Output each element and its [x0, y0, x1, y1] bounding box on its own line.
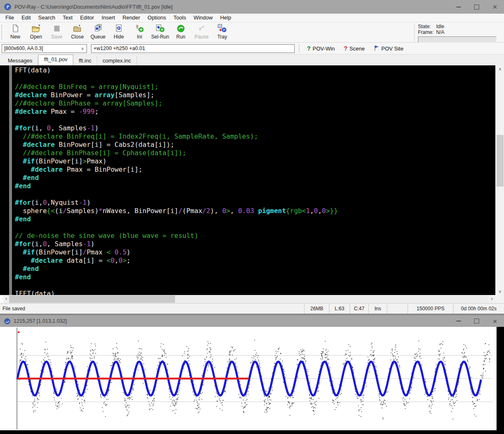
queue-icon: [93, 23, 103, 34]
render-state-panel: State:Idle Frame:N/A: [414, 24, 502, 43]
scroll-left-arrow-icon[interactable]: ‹: [3, 295, 9, 303]
maximize-icon: [474, 319, 479, 324]
maximize-button[interactable]: [468, 315, 486, 327]
tab-complex-inc[interactable]: complex.inc: [97, 56, 137, 65]
close-folder-icon: [72, 23, 83, 34]
menu-window[interactable]: Window: [190, 14, 216, 22]
scene-button[interactable]: ?Scene: [344, 45, 365, 52]
help-question-icon: ?: [344, 45, 348, 52]
tray-label: Tray: [217, 34, 227, 40]
render-window-title: 1215,257 [1.013,1.032]: [14, 318, 67, 324]
queue-button[interactable]: Queue: [88, 23, 108, 40]
code-line: #declare BinPower[i] = Cabs2(data[i]);: [15, 141, 338, 149]
minimize-button[interactable]: [449, 0, 468, 14]
maximize-icon: [474, 5, 479, 10]
pause-label: Pause: [194, 34, 209, 40]
new-label: New: [10, 34, 20, 40]
sel-run-button[interactable]: Sel-Run: [150, 23, 170, 40]
code-line: [15, 116, 338, 124]
main-window-titlebar[interactable]: P POV-Ray - C:\Users\ingo\Documents\Nim\…: [0, 0, 504, 14]
status-bar: File saved 26MBL:63C:47Ins150000 PPS0d 0…: [0, 303, 504, 314]
menu-bar: FileEditSearchTextEditorInsertRenderOpti…: [0, 14, 504, 22]
code-line: [15, 190, 338, 199]
code-line: FFT(data): [15, 66, 338, 74]
scrollbar-spacer: [0, 295, 3, 303]
tray-button[interactable]: PTray: [212, 23, 233, 40]
tab-fft-01-pov[interactable]: fft_01.pov: [38, 55, 73, 65]
run-icon: [175, 23, 186, 34]
code-line: //#declare BinFreq[i] = Index2Freq(i, Sa…: [15, 132, 338, 141]
help-question-icon: ?: [307, 45, 311, 52]
frame-value: N/A: [436, 29, 444, 35]
close-button[interactable]: ×: [486, 0, 504, 14]
povray-application: P POV-Ray - C:\Users\ingo\Documents\Nim\…: [0, 0, 504, 434]
code-line: #for(i,0,Nyquist-1): [15, 199, 338, 207]
tab-fft-inc[interactable]: fft.inc: [73, 56, 97, 65]
scroll-up-arrow-icon[interactable]: ∧: [496, 65, 504, 72]
minimize-icon: [456, 7, 461, 7]
new-document-icon: [10, 23, 21, 34]
pov-win-button[interactable]: ?POV-Win: [307, 45, 335, 52]
svg-text:P: P: [223, 29, 225, 31]
run-button[interactable]: Run: [170, 23, 191, 40]
code-line: #end: [15, 265, 338, 273]
new-button[interactable]: New: [5, 23, 26, 40]
status-message: File saved: [0, 304, 304, 314]
menu-options[interactable]: Options: [144, 14, 170, 22]
scroll-down-arrow-icon[interactable]: ∨: [496, 288, 504, 295]
render-output-area: [0, 327, 504, 434]
menu-tools[interactable]: Tools: [170, 14, 190, 22]
pov-site-button[interactable]: POV Site: [374, 45, 403, 53]
pov-flag-icon: [374, 45, 379, 53]
run-label: Run: [176, 34, 185, 40]
code-line: // de-noise the sine wave (blue wave = r…: [15, 232, 338, 240]
horizontal-scroll-thumb[interactable]: [9, 295, 175, 303]
svg-text:P: P: [6, 5, 9, 9]
scrollbar-corner: [495, 295, 504, 303]
pov-win-label: POV-Win: [313, 46, 335, 52]
minimize-icon: [456, 321, 461, 321]
render-window-icon: [4, 318, 10, 324]
command-line-input[interactable]: [91, 44, 295, 53]
menu-editor[interactable]: Editor: [76, 14, 98, 22]
hide-label: Hide: [114, 34, 124, 40]
menu-file[interactable]: File: [2, 14, 18, 22]
status-column: C:47: [350, 304, 368, 314]
close-button[interactable]: Close: [67, 23, 88, 40]
menu-help[interactable]: Help: [216, 14, 235, 22]
code-editor[interactable]: FFT(data) //#declare BinFreq = array[Nyq…: [0, 65, 504, 295]
save-button: Save: [46, 23, 67, 40]
render-window-titlebar[interactable]: 1215,257 [1.013,1.032] ×: [0, 315, 504, 327]
menu-insert[interactable]: Insert: [98, 14, 119, 22]
ini-label: Ini: [137, 34, 142, 40]
state-label: State:: [418, 24, 436, 29]
editor-tab-bar: Messagesfft_01.povfft.inccomplex.inc: [0, 55, 504, 65]
pause-button: zzzPause: [191, 23, 212, 40]
status-memory: 26MB: [304, 304, 329, 314]
code-line: //#declare BinPhase = array[Samples];: [15, 99, 338, 108]
close-button[interactable]: ×: [486, 315, 504, 327]
toolbar-grip: [299, 45, 300, 52]
tab-messages[interactable]: Messages: [2, 56, 38, 65]
code-line: //#declare BinPhase[i] = Cphase(data[i])…: [15, 149, 338, 157]
scroll-right-arrow-icon[interactable]: ›: [488, 295, 495, 303]
editor-vertical-scrollbar[interactable]: ∧ ∨: [495, 65, 504, 295]
ini-button[interactable]: Ini: [129, 23, 150, 40]
menu-text[interactable]: Text: [59, 14, 77, 22]
menu-render[interactable]: Render: [119, 14, 144, 22]
chevron-down-icon: ∨: [81, 46, 84, 51]
menu-search[interactable]: Search: [34, 14, 59, 22]
minimize-button[interactable]: [449, 315, 468, 327]
render-window-controls: ×: [449, 315, 504, 327]
code-line: #if(BinPower[i]>Pmax): [15, 157, 338, 165]
code-line: [15, 281, 338, 290]
open-button[interactable]: Open: [26, 23, 46, 40]
editor-horizontal-scrollbar[interactable]: ‹ ›: [0, 295, 504, 303]
open-folder-icon: [31, 23, 41, 34]
menu-edit[interactable]: Edit: [18, 14, 34, 22]
code-line: #declare data[i] = <0,0>;: [15, 257, 338, 265]
resolution-preset-dropdown[interactable]: [800x600, AA 0.3] ∨: [2, 44, 87, 53]
maximize-button[interactable]: [468, 0, 486, 14]
vertical-scroll-thumb[interactable]: [497, 135, 504, 187]
hide-button[interactable]: PHide: [108, 23, 129, 40]
